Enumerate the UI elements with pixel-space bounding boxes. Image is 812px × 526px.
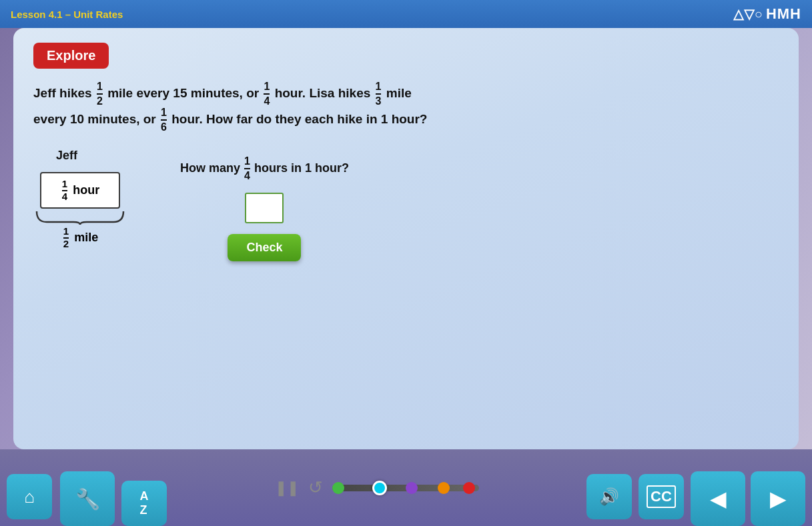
center-controls: ❚❚ ↺ [275, 477, 479, 498]
problem-line2: every 10 minutes, or [33, 112, 159, 126]
cc-icon: CC [647, 485, 676, 508]
cc-button[interactable]: CC [639, 474, 684, 519]
dot-cyan[interactable] [372, 481, 387, 495]
brace-svg [33, 210, 127, 225]
problem-text: Jeff hikes 1 2 mile every 15 minutes, or… [33, 81, 779, 133]
rate-num-frac: 1 4 [62, 179, 67, 202]
tools-button[interactable]: 🔧 [60, 471, 115, 526]
logo-icon: △▽○ [733, 6, 763, 22]
dot-green[interactable] [332, 482, 344, 494]
problem-mid2: hour. Lisa hikes [275, 86, 374, 100]
how-many-section: How many 1 4 hours in 1 hour? Check [180, 155, 349, 261]
hmh-logo: △▽○ HMH [733, 5, 801, 23]
frac-half: 1 2 [97, 81, 103, 107]
replay-button[interactable]: ↺ [308, 477, 323, 498]
bottom-bar: ⌂ 🔧 AZ ❚❚ ↺ 🔊 CC ◀ [0, 449, 812, 526]
dot-orange[interactable] [438, 482, 450, 494]
jeff-column: Jeff 1 4 hour [33, 149, 127, 249]
explore-badge: Explore [33, 43, 109, 69]
rate-num-unit: hour [73, 183, 99, 197]
dot-purple[interactable] [406, 482, 418, 494]
logo-text: HMH [766, 5, 801, 23]
back-arrow-icon: ◀ [710, 486, 727, 511]
problem-mid3: mile [386, 86, 412, 100]
wrench-icon: 🔧 [75, 487, 100, 511]
frac-quarter: 1 4 [264, 81, 270, 107]
pause-button[interactable]: ❚❚ [275, 479, 299, 497]
how-many-text: How many [180, 161, 240, 175]
dot-red[interactable] [463, 482, 475, 494]
left-bottom-buttons: ⌂ 🔧 AZ [0, 449, 167, 526]
problem-mid1: mile every 15 minutes, or [107, 86, 262, 100]
back-button[interactable]: ◀ [691, 471, 745, 526]
frac-sixth: 1 6 [161, 107, 167, 133]
how-many-rest: hours in 1 hour? [254, 161, 349, 175]
home-button[interactable]: ⌂ [7, 474, 52, 519]
rate-denominator: 1 2 mile [62, 226, 98, 249]
rate-box-container: 1 4 hour 1 2 mile [33, 172, 127, 249]
rate-den-unit: mile [74, 231, 98, 245]
sound-button[interactable]: 🔊 [586, 474, 632, 519]
how-many-label: How many 1 4 hours in 1 hour? [180, 155, 349, 181]
jeff-label: Jeff [56, 149, 77, 163]
top-bar: Lesson 4.1 – Unit Rates △▽○ HMH [0, 0, 812, 28]
az-button[interactable]: AZ [121, 481, 167, 526]
frac-third: 1 3 [376, 81, 382, 107]
rate-numerator-box: 1 4 hour [40, 172, 120, 209]
sound-icon: 🔊 [599, 487, 619, 506]
problem-end: hour. How far do they each hike in 1 hou… [171, 112, 427, 126]
az-icon: AZ [140, 489, 149, 517]
replay-icon: ↺ [308, 477, 323, 497]
jeff-section: Jeff 1 4 hour [33, 149, 779, 261]
rate-den-frac: 1 2 [63, 226, 69, 249]
brace-divider [33, 210, 127, 225]
slider-track[interactable] [332, 485, 479, 491]
answer-input[interactable] [245, 193, 284, 223]
forward-arrow-icon: ▶ [770, 486, 787, 511]
how-many-frac: 1 4 [244, 155, 250, 181]
forward-button[interactable]: ▶ [751, 471, 805, 526]
check-button[interactable]: Check [228, 234, 301, 261]
main-content: Explore Jeff hikes 1 2 mile every 15 min… [13, 28, 799, 449]
home-icon: ⌂ [24, 487, 35, 507]
problem-line1: Jeff hikes [33, 86, 95, 100]
pause-icon: ❚❚ [275, 479, 299, 497]
right-bottom-buttons: 🔊 CC ◀ ▶ [586, 449, 812, 526]
lesson-title: Lesson 4.1 – Unit Rates [11, 9, 123, 20]
